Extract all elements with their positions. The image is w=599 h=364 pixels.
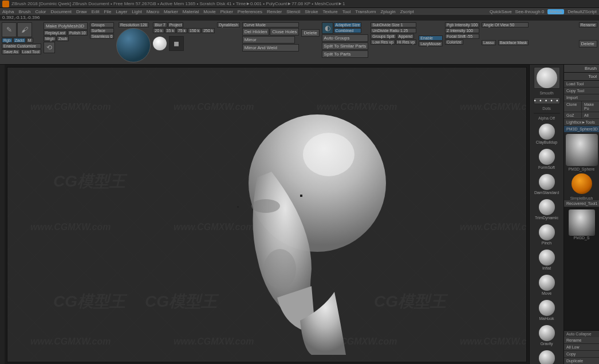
brush-spiral[interactable]: Spiral [531,349,562,364]
simple-brush-icon[interactable] [572,173,592,194]
menu-alpha[interactable]: Alpha [2,9,14,14]
make-polymesh-button[interactable]: Make PolyMesh3D [44,22,88,30]
brush-claybuildup[interactable]: ClayBuildup [531,122,562,145]
split-parts-button[interactable]: Split To Parts [322,50,369,58]
menu-movie[interactable]: Movie [203,9,215,14]
project-toggle[interactable]: Project [168,22,184,27]
load-tool-button[interactable]: Load Tool [564,81,599,88]
split-similar-button[interactable]: Split To Similar Parts [322,42,369,50]
menu-transform[interactable]: Transform [355,9,376,14]
auto-groups-button[interactable]: Auto Groups [322,34,369,42]
brush-panel-header[interactable]: Brush [564,65,599,73]
del-hidden-button[interactable]: Del Hidden [242,28,270,35]
adaptive-icon[interactable]: ◐ [322,22,333,34]
surface-button[interactable]: Surface [90,28,115,33]
smooth-brush-thumb[interactable] [534,67,560,89]
goz-all-button[interactable]: All [582,112,599,119]
menu-brush[interactable]: Brush [18,9,30,14]
mrgb-toggle[interactable]: Mrgb [44,36,56,41]
goz-button[interactable]: GoZ [564,112,581,119]
left-tray[interactable] [0,65,5,364]
loadtool-button[interactable]: Load Tool [21,49,41,54]
brush-mahook[interactable]: MaHook [531,299,562,322]
default-zscript-button[interactable]: DefaultZScript [568,9,597,14]
menu-render[interactable]: Render [267,9,282,14]
brush-trimdynamic[interactable]: TrimDynamic [531,198,562,221]
saveas-button[interactable]: Save As [2,49,20,54]
quicksave-button[interactable]: QuickSave [490,9,512,14]
viewport[interactable]: www.CGMXW.com www.CGMXW.com www.CGMXW.co… [7,67,527,362]
brush-damstandard[interactable]: DamStandard [531,173,562,196]
aov-slider[interactable]: Angle Of View 50 [482,22,529,27]
delete-button[interactable]: Delete [301,29,319,37]
zsub-toggle[interactable]: Zsub [57,36,69,41]
edit-mode-icon[interactable]: ✎ [2,22,17,37]
makepoly-button[interactable]: Make Po [582,101,599,112]
pgb-intensity-slider[interactable]: Pgb Intensity 100 [445,22,479,27]
brush-gravity[interactable]: Gravity [531,324,562,347]
menu-edit[interactable]: Edit [92,9,100,14]
menu-stencil[interactable]: Stencil [286,9,300,14]
enable-customize-button[interactable]: Enable Customize [2,43,41,49]
groups-split-button[interactable]: Groups Split [371,34,396,39]
mirror-weld-button[interactable]: Mirror And Weld [242,44,300,52]
stroke-dots-thumb[interactable]: • • • • • [534,97,560,104]
blur-slider[interactable]: Blur 7 [153,22,167,27]
brush-preview-icon[interactable] [153,37,167,50]
active-tool-thumb[interactable] [566,134,598,166]
brush-mask-icon[interactable]: ◼ [169,36,184,51]
res-150k[interactable]: 150 k [188,28,201,33]
rename-button[interactable]: Rename [579,22,597,27]
delete2-button[interactable]: Delete [579,40,597,48]
replay-button[interactable]: ReplayLast [44,30,67,35]
auto-collapse-toggle[interactable]: Auto Collapse [564,330,599,337]
append-button[interactable]: Append [397,34,414,39]
seethrough-slider[interactable]: See-through 0 [515,9,545,14]
adaptive-size-toggle[interactable]: Adaptive Size [334,22,362,27]
polish-slider[interactable]: Polish 10 [68,30,88,35]
menu-document[interactable]: Document [51,9,72,14]
res-75k[interactable]: 75 k [176,28,187,33]
menu-zplugin[interactable]: Zplugin [380,9,395,14]
menu-light[interactable]: Light [132,9,141,14]
close-holes-button[interactable]: Close Holes [270,28,299,35]
undivide-slider[interactable]: UnDivide Ratio 1.25 [371,28,416,33]
subdivide-slider[interactable]: SubDivide Size 1 [371,22,416,27]
menu-picker[interactable]: Picker [220,9,233,14]
brush-move[interactable]: Move [531,274,562,296]
brush-formsoft[interactable]: FormSoft [531,148,562,171]
menu-draw[interactable]: Draw [76,9,87,14]
z-intensity-slider[interactable]: Z Intensity 100 [445,28,479,33]
copy-subtool-button[interactable]: Copy [564,351,599,358]
draw-mode-icon[interactable]: 🖌 [17,22,32,37]
lightbox-tools-button[interactable]: Lightbox►Tools [564,119,599,126]
menu-file[interactable]: File [104,9,111,14]
active-tool-name[interactable]: PM3D_Sphere3D [564,126,599,133]
menu-stroke[interactable]: Stroke [305,9,318,14]
menu-preferences[interactable]: Preferences [238,9,262,14]
resolution-slider[interactable]: Resolution 128 [119,22,149,27]
groups-button[interactable]: Groups [90,22,115,27]
res-250k[interactable]: 250 k [202,28,215,33]
rgb-toggle[interactable]: Rgb [2,38,13,43]
m-toggle[interactable]: M [26,38,33,43]
brush-inflat[interactable]: Inflat [531,248,562,271]
menu-color[interactable]: Color [35,9,46,14]
nav-sphere-icon[interactable] [116,28,151,62]
clone-button[interactable]: Clone [564,101,581,112]
menu-tool[interactable]: Tool [342,9,351,14]
lasso-toggle[interactable]: Lasso [482,40,496,45]
sculpt-mesh[interactable] [226,109,397,355]
recovered-tool[interactable]: Recovered_Tool1 [564,200,599,207]
lowres-button[interactable]: Low Res vp [371,39,395,45]
lazymouse-toggle[interactable]: LazyMouse [419,41,443,46]
zadd-toggle[interactable]: Zadd [13,38,26,43]
mirror-button[interactable]: Mirror [242,36,295,43]
menu-texture[interactable]: Texture [322,9,337,14]
copy-tool-button[interactable]: Copy Tool [564,88,599,94]
hires-button[interactable]: Hi Res vp [396,39,416,45]
menu-zscript[interactable]: Zscript [400,9,414,14]
menus-toggle[interactable]: Menus [547,9,564,14]
menu-material[interactable]: Material [183,9,199,14]
subtool-thumb[interactable] [569,209,595,236]
